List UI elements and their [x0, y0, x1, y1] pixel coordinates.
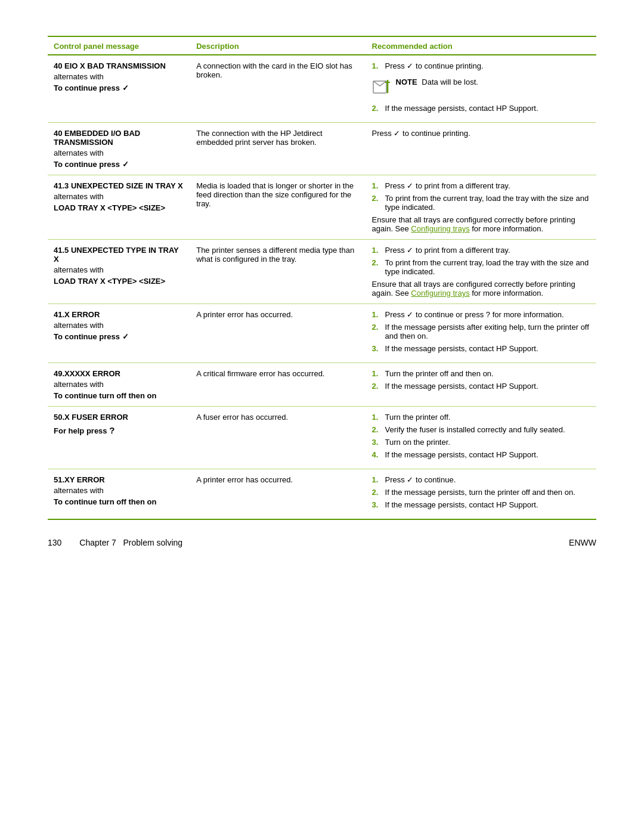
- list-item: 1. Press ✓ to print from a different tra…: [372, 246, 590, 255]
- description-cell: A critical firmware error has occurred.: [190, 363, 366, 407]
- list-item: 1. Press ✓ to continue.: [372, 475, 590, 484]
- message-cell: 40 EMBEDDED I/O BAD TRANSMISSION alterna…: [48, 123, 190, 175]
- message-alt: alternates with: [54, 192, 184, 201]
- table-row: 40 EMBEDDED I/O BAD TRANSMISSION alterna…: [48, 123, 596, 175]
- action-num: 4.: [372, 450, 383, 459]
- message-title: 41.X ERROR: [54, 310, 184, 319]
- action-text: To print from the current tray, load the…: [385, 258, 590, 276]
- message-action: To continue turn off then on: [54, 391, 184, 400]
- list-item: 2. To print from the current tray, load …: [372, 194, 590, 212]
- list-item: 1. Turn the printer off and then on.: [372, 369, 590, 378]
- message-help: For help press ?: [54, 425, 184, 435]
- action-text: Press ✓ to continue.: [385, 475, 590, 484]
- action-text: Turn on the printer.: [385, 438, 590, 447]
- description-cell: A printer error has occurred.: [190, 469, 366, 520]
- list-item: 3. If the message persists, contact HP S…: [372, 500, 590, 509]
- action-text: Press ✓ to continue or press ? for more …: [385, 310, 590, 319]
- action-text: If the message persists, contact HP Supp…: [385, 104, 590, 113]
- footer-left: 130 Chapter 7 Problem solving: [48, 538, 182, 547]
- action-text: If the message persists, contact HP Supp…: [385, 450, 590, 459]
- description-cell: The printer senses a different media typ…: [190, 240, 366, 304]
- action-text: To print from the current tray, load the…: [385, 194, 590, 212]
- message-action: To continue press ✓: [54, 160, 184, 169]
- question-mark-icon: ?: [109, 425, 114, 435]
- action-cell: 1. Turn the printer off and then on. 2. …: [366, 363, 596, 407]
- table-row: 41.3 UNEXPECTED SIZE IN TRAY X alternate…: [48, 175, 596, 240]
- configuring-trays-link[interactable]: Configuring trays: [411, 224, 469, 233]
- list-item: 4. If the message persists, contact HP S…: [372, 450, 590, 459]
- message-cell: 51.XY ERROR alternates with To continue …: [48, 469, 190, 520]
- action-cell: 1. Press ✓ to continue. 2. If the messag…: [366, 469, 596, 520]
- footer-page-number: 130: [48, 538, 61, 547]
- message-action: To continue turn off then on: [54, 497, 184, 506]
- list-item: 2. If the message persists, contact HP S…: [372, 382, 590, 391]
- col-header-action: Recommended action: [366, 36, 596, 55]
- note-content: NOTE Data will be lost.: [396, 78, 478, 86]
- description-cell: A fuser error has occurred.: [190, 407, 366, 469]
- page-content: Control panel message Description Recomm…: [48, 36, 596, 547]
- note-label: NOTE: [396, 78, 417, 86]
- action-text: If the message persists, contact HP Supp…: [385, 344, 590, 353]
- message-alt: alternates with: [54, 72, 184, 81]
- list-item: 2. If the message persists, turn the pri…: [372, 488, 590, 497]
- action-text: Verify the fuser is installed correctly …: [385, 425, 590, 434]
- message-cell: 40 EIO X BAD TRANSMISSION alternates wit…: [48, 55, 190, 123]
- action-num: 1.: [372, 310, 383, 319]
- table-row: 41.5 UNEXPECTED TYPE IN TRAY X alternate…: [48, 240, 596, 304]
- action-num: 1.: [372, 246, 383, 255]
- action-num: 3.: [372, 438, 383, 447]
- description-cell: Media is loaded that is longer or shorte…: [190, 175, 366, 240]
- action-text: If the message persists, contact HP Supp…: [385, 382, 590, 391]
- message-alt: alternates with: [54, 486, 184, 495]
- action-cell: Press ✓ to continue printing.: [366, 123, 596, 175]
- action-num: 3.: [372, 500, 383, 509]
- list-item: 2. To print from the current tray, load …: [372, 258, 590, 276]
- action-text: Turn the printer off and then on.: [385, 369, 590, 378]
- description-cell: A printer error has occurred.: [190, 304, 366, 363]
- message-title: 40 EMBEDDED I/O BAD TRANSMISSION: [54, 129, 184, 147]
- action-list: 1. Press ✓ to continue. 2. If the messag…: [372, 475, 590, 509]
- page-footer: 130 Chapter 7 Problem solving ENWW: [48, 538, 596, 547]
- message-title: 51.XY ERROR: [54, 475, 184, 484]
- configuring-trays-link-2[interactable]: Configuring trays: [411, 289, 469, 298]
- message-cell: 49.XXXXX ERROR alternates with To contin…: [48, 363, 190, 407]
- action-num: 1.: [372, 369, 383, 378]
- message-action: To continue press ✓: [54, 332, 184, 341]
- action-list: 1. Press ✓ to continue printing.: [372, 61, 590, 113]
- note-box: NOTE Data will be lost.: [372, 78, 478, 97]
- list-item: 2. If the message persists, contact HP S…: [372, 104, 590, 113]
- action-num: 3.: [372, 344, 383, 353]
- action-list: 1. Press ✓ to continue or press ? for mo…: [372, 310, 590, 353]
- col-header-description: Description: [190, 36, 366, 55]
- message-title: 40 EIO X BAD TRANSMISSION: [54, 61, 184, 70]
- message-action: LOAD TRAY X <TYPE> <SIZE>: [54, 203, 184, 212]
- list-item-note: NOTE Data will be lost.: [372, 74, 590, 100]
- list-item: 1. Press ✓ to continue or press ? for mo…: [372, 310, 590, 319]
- message-title: 41.5 UNEXPECTED TYPE IN TRAY X: [54, 246, 184, 264]
- list-item: 2. Verify the fuser is installed correct…: [372, 425, 590, 434]
- action-cell: 1. Press ✓ to continue printing.: [366, 55, 596, 123]
- ensure-text: Ensure that all trays are configured cor…: [372, 280, 590, 298]
- message-cell: 41.X ERROR alternates with To continue p…: [48, 304, 190, 363]
- list-item: 1. Turn the printer off.: [372, 413, 590, 422]
- action-num: 2.: [372, 425, 383, 434]
- action-num: 2.: [372, 104, 383, 113]
- message-alt: alternates with: [54, 380, 184, 389]
- message-cell: 41.3 UNEXPECTED SIZE IN TRAY X alternate…: [48, 175, 190, 240]
- table-row: 40 EIO X BAD TRANSMISSION alternates wit…: [48, 55, 596, 123]
- table-row: 50.X FUSER ERROR For help press ? A fuse…: [48, 407, 596, 469]
- plain-action: Press ✓ to continue printing.: [372, 129, 470, 138]
- action-cell: 1. Press ✓ to print from a different tra…: [366, 240, 596, 304]
- message-title: 41.3 UNEXPECTED SIZE IN TRAY X: [54, 181, 184, 190]
- action-text: Press ✓ to continue printing.: [385, 61, 590, 70]
- action-num: 2.: [372, 382, 383, 391]
- list-item: 2. If the message persists after exiting…: [372, 323, 590, 340]
- action-text: If the message persists after exiting he…: [385, 323, 590, 340]
- action-cell: 1. Press ✓ to continue or press ? for mo…: [366, 304, 596, 363]
- message-title: 49.XXXXX ERROR: [54, 369, 184, 378]
- action-text: If the message persists, turn the printe…: [385, 488, 590, 497]
- message-cell: 41.5 UNEXPECTED TYPE IN TRAY X alternate…: [48, 240, 190, 304]
- main-table: Control panel message Description Recomm…: [48, 36, 596, 520]
- action-num: 2.: [372, 488, 383, 497]
- action-num: 2.: [372, 323, 383, 332]
